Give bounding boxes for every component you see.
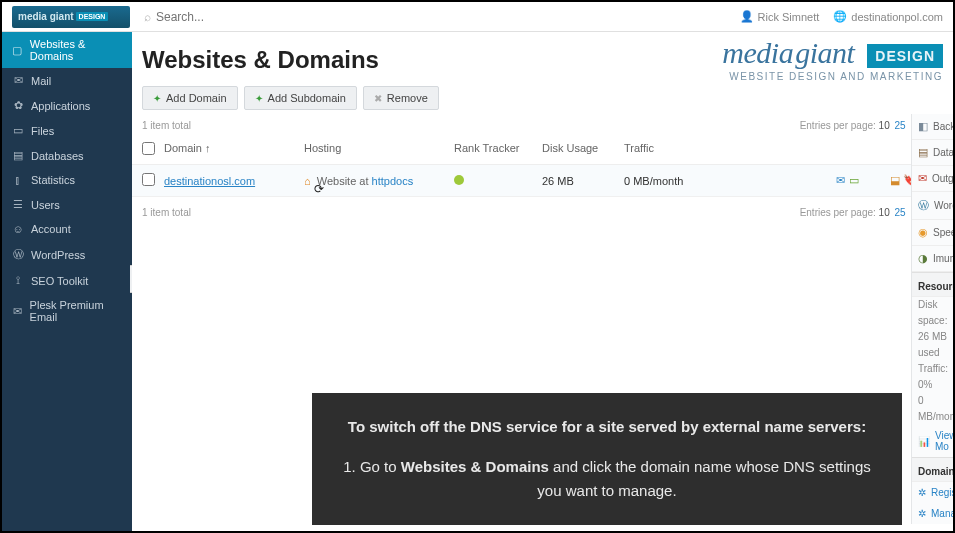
sidebar-icon: ▤	[12, 149, 24, 162]
step-post: and click the domain name whose DNS sett…	[537, 458, 870, 499]
rp-label: Imunify	[933, 253, 953, 264]
chart-icon: 📊	[918, 436, 930, 447]
right-panel: ◧Backup▤Databas✉OutgoiⓌWordPr◉Speed 4◑Im…	[911, 114, 953, 524]
sidebar-icon: ✿	[12, 99, 24, 112]
domains-title: Domains	[912, 457, 953, 482]
user-icon: 👤	[740, 10, 754, 23]
top-bar: media giant DESIGN ⌕ 👤 Rick Simnett 🌐 de…	[2, 2, 953, 32]
sidebar-icon: ⟟	[12, 274, 24, 287]
sidebar-label: Account	[31, 223, 71, 235]
select-all-checkbox[interactable]	[142, 142, 155, 155]
right-panel-item-databas[interactable]: ▤Databas	[912, 140, 953, 166]
row-mid-icons: ✉ ▭	[744, 174, 863, 187]
manage-link[interactable]: ✲Manage	[912, 503, 953, 524]
sidebar-label: Websites & Domains	[30, 38, 122, 62]
item-total-top: 1 item total	[142, 120, 191, 131]
hosting-prefix: Website at	[317, 175, 369, 187]
entries-label: Entries per page:	[800, 207, 876, 218]
rp-label: WordPr	[934, 200, 953, 211]
topbar-logo-badge: DESIGN	[76, 12, 109, 21]
home-icon: ⌂	[304, 175, 311, 187]
add-domain-button[interactable]: ✦Add Domain	[142, 86, 238, 110]
gear-icon: ✲	[918, 487, 926, 498]
rp-icon: ◉	[918, 226, 928, 239]
user-name: Rick Simnett	[758, 11, 820, 23]
sidebar-label: Databases	[31, 150, 84, 162]
sidebar-item-plesk-premium-email[interactable]: ✉Plesk Premium Email	[2, 293, 132, 329]
right-panel-item-backup[interactable]: ◧Backup	[912, 114, 953, 140]
action-icon-1[interactable]: ⬓	[890, 174, 900, 187]
sidebar-icon: Ⓦ	[12, 247, 24, 262]
table-row: destinationosl.com ⌂ Website at httpdocs…	[132, 165, 953, 197]
domain-link[interactable]: destinationosl.com	[164, 175, 255, 187]
sidebar-item-seo-toolkit[interactable]: ⟟SEO Toolkit	[2, 268, 132, 293]
x-icon: ✖	[374, 93, 382, 104]
sidebar-icon: ▭	[12, 124, 24, 137]
remove-button[interactable]: ✖Remove	[363, 86, 439, 110]
sidebar-icon: ☰	[12, 198, 24, 211]
globe-icon: 🌐	[833, 10, 847, 23]
traffic-cell: 0 MB/month	[624, 175, 744, 187]
entries-option-25[interactable]: 25	[895, 120, 906, 131]
rp-icon: Ⓦ	[918, 198, 929, 213]
rp-label: Speed 4	[933, 227, 953, 238]
brand-word2: giant	[795, 36, 854, 69]
plus-icon: ✦	[255, 93, 263, 104]
sidebar-icon: ✉	[12, 305, 23, 318]
register-link[interactable]: ✲Registe	[912, 482, 953, 503]
entries-option-10: 10	[879, 120, 890, 131]
view-more-label: View Mo	[935, 430, 953, 452]
add-subdomain-button[interactable]: ✦Add Subdomain	[244, 86, 357, 110]
resource-line: 26 MB used	[918, 329, 947, 361]
sidebar-item-mail[interactable]: ✉Mail	[2, 68, 132, 93]
col-rank[interactable]: Rank Tracker	[454, 142, 542, 157]
sidebar-item-wordpress[interactable]: ⓌWordPress	[2, 241, 132, 268]
plus-icon: ✦	[153, 93, 161, 104]
rp-icon: ✉	[918, 172, 927, 185]
list-meta-bottom: 1 item total Entries per page: 10 25 100…	[142, 207, 943, 218]
row-checkbox[interactable]	[142, 173, 155, 186]
col-domain[interactable]: Domain ↑	[164, 142, 304, 157]
mail-icon[interactable]: ✉	[836, 174, 845, 187]
search-wrap[interactable]: ⌕	[144, 10, 356, 24]
hosting-link[interactable]: httpdocs	[372, 175, 414, 187]
sidebar-item-users[interactable]: ☰Users	[2, 192, 132, 217]
rp-icon: ◧	[918, 120, 928, 133]
resource-line: Disk space:	[918, 297, 947, 329]
brand-badge: DESIGN	[867, 44, 943, 68]
toolbar: ✦Add Domain ✦Add Subdomain ✖Remove	[142, 86, 943, 110]
preview-icon[interactable]: ▭	[849, 174, 859, 187]
right-panel-item-imunify[interactable]: ◑Imunify	[912, 246, 953, 272]
resources-title: Resourc	[912, 272, 953, 297]
topbar-logo[interactable]: media giant DESIGN	[12, 6, 130, 28]
sidebar-item-websites-domains[interactable]: ▢Websites & Domains	[2, 32, 132, 68]
sidebar-item-applications[interactable]: ✿Applications	[2, 93, 132, 118]
col-disk[interactable]: Disk Usage	[542, 142, 624, 157]
entries-label: Entries per page:	[800, 120, 876, 131]
sidebar-label: Users	[31, 199, 60, 211]
add-domain-label: Add Domain	[166, 92, 227, 104]
sidebar-item-files[interactable]: ▭Files	[2, 118, 132, 143]
right-panel-item-wordpr[interactable]: ⓌWordPr	[912, 192, 953, 220]
entries-option-25[interactable]: 25	[895, 207, 906, 218]
right-panel-item-outgoi[interactable]: ✉Outgoi	[912, 166, 953, 192]
view-more-link[interactable]: 📊View Mo	[912, 425, 953, 457]
col-hosting[interactable]: Hosting	[304, 142, 454, 157]
list-meta-top: 1 item total Entries per page: 10 25 100…	[142, 120, 943, 131]
sidebar: ▢Websites & Domains✉Mail✿Applications▭Fi…	[2, 32, 132, 531]
sidebar-label: Mail	[31, 75, 51, 87]
user-menu[interactable]: 👤 Rick Simnett	[740, 10, 820, 23]
brand-word1: media	[722, 36, 793, 69]
entries-option-10: 10	[879, 207, 890, 218]
sidebar-item-account[interactable]: ☺Account	[2, 217, 132, 241]
sidebar-item-databases[interactable]: ▤Databases	[2, 143, 132, 168]
topbar-logo-text: media giant	[18, 11, 74, 22]
right-panel-item-speed[interactable]: ◉Speed 4	[912, 220, 953, 246]
col-traffic[interactable]: Traffic	[624, 142, 744, 157]
step-bold: Websites & Domains	[401, 458, 549, 475]
search-input[interactable]	[156, 10, 356, 24]
rp-icon: ◑	[918, 252, 928, 265]
item-total-bottom: 1 item total	[142, 207, 191, 218]
subscription-menu[interactable]: 🌐 destinationpol.com	[833, 10, 943, 23]
sidebar-item-statistics[interactable]: ⫿Statistics	[2, 168, 132, 192]
